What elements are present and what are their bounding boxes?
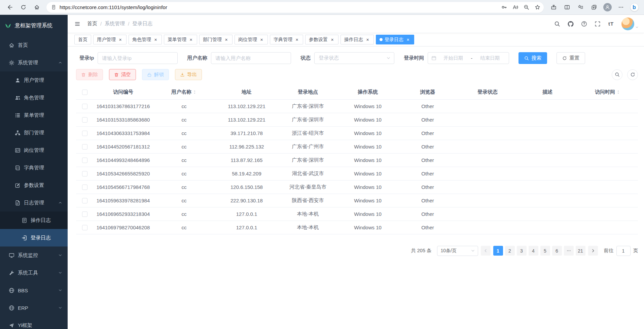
close-icon[interactable]: × <box>153 37 158 42</box>
tab[interactable]: 部门管理 × <box>199 35 232 44</box>
reset-button[interactable]: 重置 <box>557 52 585 64</box>
row-checkbox[interactable] <box>82 131 87 136</box>
collapse-sidebar-button[interactable] <box>71 18 84 30</box>
page-number-button[interactable]: 3 <box>517 246 527 256</box>
ip-filter-input[interactable] <box>98 52 178 64</box>
status-filter-select[interactable]: 登录状态 <box>314 52 394 64</box>
close-icon[interactable]: × <box>259 37 264 42</box>
tab[interactable]: 菜单管理 × <box>164 35 197 44</box>
goto-page-input[interactable] <box>616 246 631 256</box>
sidebar-item[interactable]: 角色管理 <box>0 89 68 106</box>
page-number-button[interactable]: 2 <box>505 246 515 256</box>
extensions-button[interactable] <box>547 2 560 13</box>
close-icon[interactable]: × <box>405 37 410 42</box>
column-header[interactable]: 用户名称 <box>153 85 215 99</box>
sidebar-item[interactable]: 菜单管理 <box>0 106 68 124</box>
page-size-select[interactable]: 10条/页 <box>437 246 478 256</box>
page-number-button[interactable]: 6 <box>552 246 562 256</box>
row-checkbox[interactable] <box>82 225 87 230</box>
sidebar-item[interactable]: 系统管理 <box>0 54 68 71</box>
sidebar-item[interactable]: 日志管理 <box>0 194 68 211</box>
sidebar-item[interactable]: 首页 <box>0 36 68 54</box>
select-all-checkbox[interactable] <box>82 90 87 95</box>
sidebar-item[interactable]: 岗位管理 <box>0 141 68 159</box>
browser-back-button[interactable] <box>3 2 16 13</box>
page-number-button[interactable]: 1 <box>493 246 503 256</box>
browser-menu-button[interactable] <box>614 2 627 13</box>
sidebar-item[interactable]: 字典管理 <box>0 159 68 176</box>
address-bar[interactable]: https://ccnetcore.com:1101/system/log/lo… <box>46 2 544 13</box>
site-info-icon[interactable] <box>51 5 56 10</box>
sidebar-item[interactable]: 用户管理 <box>0 71 68 89</box>
browser-refresh-button[interactable] <box>17 2 30 13</box>
sidebar-item[interactable]: 系统工具 <box>0 264 68 282</box>
tab[interactable]: 用户管理 × <box>93 35 127 44</box>
tab[interactable]: 岗位管理 × <box>235 35 268 44</box>
clear-button[interactable]: 清空 <box>109 69 136 80</box>
favorite-star-icon[interactable] <box>535 4 540 10</box>
next-page-button[interactable] <box>588 246 598 256</box>
sidebar-item[interactable]: 部门管理 <box>0 124 68 141</box>
row-checkbox[interactable] <box>82 171 87 176</box>
browser-profile-button[interactable] <box>601 2 614 13</box>
font-size-button[interactable]: tT <box>605 18 617 30</box>
sort-icon[interactable] <box>616 90 620 95</box>
sidebar-item[interactable]: 参数设置 <box>0 176 68 194</box>
header-search-button[interactable] <box>551 18 564 30</box>
user-avatar[interactable] <box>621 18 639 30</box>
tab[interactable]: 操作日志 × <box>341 35 374 44</box>
sidebar-item[interactable]: BBS <box>0 282 68 299</box>
unlock-button[interactable]: 解锁 <box>142 69 169 80</box>
close-icon[interactable]: × <box>224 37 229 42</box>
delete-button[interactable]: 删除 <box>76 69 103 80</box>
sidebar-item[interactable]: 操作日志 <box>0 211 68 229</box>
user-filter-input[interactable] <box>211 52 291 64</box>
tab[interactable]: 字典管理 × <box>270 35 303 44</box>
password-key-icon[interactable] <box>501 4 507 10</box>
tab[interactable]: 参数设置 × <box>305 35 338 44</box>
toggle-search-button[interactable] <box>612 69 622 80</box>
tab[interactable]: 首页 <box>74 35 91 44</box>
row-checkbox[interactable] <box>82 198 87 203</box>
row-checkbox[interactable] <box>82 185 87 190</box>
column-header[interactable]: 访问时间 <box>577 85 638 99</box>
search-button[interactable]: 搜索 <box>518 52 547 64</box>
close-icon[interactable]: × <box>294 37 299 42</box>
collections-button[interactable] <box>587 2 600 13</box>
close-icon[interactable]: × <box>365 37 370 42</box>
tab[interactable]: 角色管理 × <box>129 35 162 44</box>
tab[interactable]: 登录日志 × <box>376 35 414 44</box>
zoom-out-icon[interactable] <box>524 4 529 10</box>
sidebar-item[interactable]: Yi框架 <box>0 317 68 329</box>
close-icon[interactable]: × <box>330 37 335 42</box>
row-checkbox[interactable] <box>82 158 87 163</box>
login-time-range-picker[interactable]: 开始日期 - 结束日期 <box>428 52 509 64</box>
sidebar-item[interactable]: ERP <box>0 299 68 317</box>
breadcrumb-item[interactable]: 系统管理 <box>105 21 125 27</box>
page-number-button[interactable]: 21 <box>576 246 585 256</box>
browser-home-button[interactable] <box>30 2 43 13</box>
refresh-table-button[interactable] <box>627 69 638 80</box>
fullscreen-button[interactable] <box>591 18 604 30</box>
sort-icon[interactable] <box>192 90 197 95</box>
row-checkbox[interactable] <box>82 211 87 217</box>
bing-chat-button[interactable]: b <box>628 2 641 13</box>
breadcrumb-item[interactable]: 首页 <box>87 21 97 27</box>
page-number-button[interactable]: 4 <box>529 246 538 256</box>
close-icon[interactable]: × <box>118 37 123 42</box>
read-aloud-icon[interactable] <box>512 4 518 10</box>
close-icon[interactable]: × <box>188 37 193 42</box>
sidebar-item[interactable]: 系统监控 <box>0 246 68 264</box>
row-checkbox[interactable] <box>82 104 87 109</box>
more-pages-button[interactable] <box>564 246 574 256</box>
favorites-button[interactable] <box>574 2 587 13</box>
row-checkbox[interactable] <box>82 144 87 150</box>
sidebar-item[interactable]: 登录日志 <box>0 229 68 246</box>
prev-page-button[interactable] <box>481 246 491 256</box>
export-button[interactable]: 导出 <box>175 69 202 80</box>
page-number-button[interactable]: 5 <box>540 246 550 256</box>
row-checkbox[interactable] <box>82 117 87 123</box>
github-button[interactable] <box>564 18 577 30</box>
split-screen-button[interactable] <box>561 2 573 13</box>
help-button[interactable] <box>578 18 591 30</box>
